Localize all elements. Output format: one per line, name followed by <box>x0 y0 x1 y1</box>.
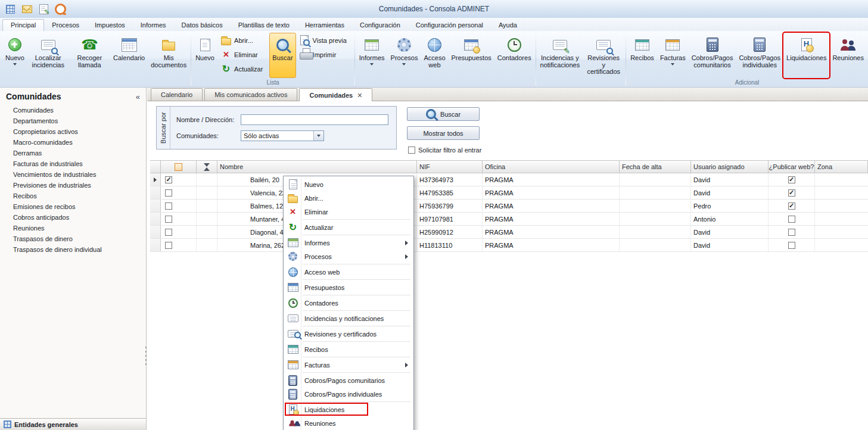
tab-herramientas[interactable]: Herramientas <box>297 20 352 31</box>
column-header-nombre[interactable]: Nombre <box>217 161 417 173</box>
row-checkbox[interactable] <box>165 216 172 223</box>
publicar-web-checkbox[interactable] <box>788 189 795 197</box>
informes-button[interactable]: Informes <box>356 33 388 78</box>
tab-plantillas-de-texto[interactable]: Plantillas de texto <box>231 20 297 31</box>
sidebar-item-departamentos[interactable]: Departamentos <box>0 116 146 126</box>
context-menu-item-procesos[interactable]: Procesos <box>285 250 412 263</box>
solicitar-filtro-checkbox-row[interactable]: Solicitar filtro al entrar <box>408 147 481 154</box>
sidebar-item-copropietarios-activos[interactable]: Copropietarios activos <box>0 126 146 137</box>
context-menu-item-nuevo[interactable]: Nuevo <box>285 177 412 191</box>
vista-previa-button[interactable]: Vista previa <box>297 34 352 46</box>
column-header-oficina[interactable]: Oficina <box>483 161 620 173</box>
name-address-input[interactable] <box>241 114 388 125</box>
context-menu-item-informes[interactable]: Informes <box>285 236 412 250</box>
publicar-web-checkbox[interactable] <box>788 242 795 249</box>
mis-documentos-button[interactable]: Mis documentos <box>148 33 189 78</box>
cobros-pagos-comunitarios-button[interactable]: Cobros/Pagos comunitarios <box>689 33 736 78</box>
procesos-button[interactable]: Procesos <box>388 33 421 78</box>
acceso-web-button[interactable]: Acceso web <box>421 33 448 78</box>
localizar-incidencias-button[interactable]: Localizar incidencias <box>27 33 69 78</box>
calendario-button[interactable]: Calendario <box>110 33 148 78</box>
context-menu-item-incidencias-y-notificaciones[interactable]: Incidencias y notificaciones <box>285 311 412 325</box>
context-menu-item-recibos[interactable]: Recibos <box>285 342 412 356</box>
actualizar-button[interactable]: Actualizar <box>219 63 268 75</box>
row-checkbox[interactable] <box>165 189 172 197</box>
communities-dropdown[interactable]: Sólo activas <box>241 130 324 141</box>
revisiones-certificados-button[interactable]: Revisiones y certificados <box>583 33 624 78</box>
tab-impuestos[interactable]: Impuestos <box>87 20 133 31</box>
table-row[interactable]: Valencia, 220 H47953385 PRAGMA David <box>150 186 868 200</box>
cobros-pagos-individuales-button[interactable]: Cobros/Pagos individuales <box>736 33 783 78</box>
context-menu-item-presupuestos[interactable]: Presupuestos <box>285 281 412 294</box>
note-edit-icon[interactable] <box>37 2 50 15</box>
facturas-button[interactable]: Facturas <box>657 33 689 78</box>
liquidaciones-button[interactable]: Liquidaciones <box>783 33 829 78</box>
column-header-fecha-de-alta[interactable]: Fecha de alta <box>620 161 691 173</box>
mostrar-todos-button[interactable]: Mostrar todos <box>407 126 480 140</box>
table-row[interactable]: Bailén, 20 H37364973 PRAGMA David <box>150 173 868 186</box>
column-header-nif[interactable]: NIF <box>417 161 483 173</box>
sidebar-item-comunidades[interactable]: Comunidades <box>0 105 146 116</box>
row-checkbox[interactable] <box>165 229 172 236</box>
mail-icon[interactable] <box>20 2 33 15</box>
incidencias-notificaciones-button[interactable]: Incidencias y notificaciones <box>537 33 583 78</box>
context-menu-item-facturas[interactable]: Facturas <box>285 358 412 372</box>
contadores-button[interactable]: Contadores <box>494 33 534 78</box>
row-checkbox[interactable] <box>165 176 172 183</box>
reuniones-button[interactable]: Reuniones <box>829 33 867 78</box>
sidebar-item-cobros-anticipados[interactable]: Cobros anticipados <box>0 212 146 223</box>
buscar-button[interactable]: Buscar <box>407 107 480 121</box>
solicitar-filtro-checkbox[interactable] <box>408 147 415 154</box>
tab-principal[interactable]: Principal <box>2 19 44 31</box>
tab-ayuda[interactable]: Ayuda <box>491 20 525 31</box>
sidebar-item-vencimientos-de-industriales[interactable]: Vencimientos de industriales <box>0 169 146 180</box>
tab-informes[interactable]: Informes <box>133 20 174 31</box>
select-all-header[interactable] <box>161 161 197 173</box>
context-menu-item-contadores[interactable]: Contadores <box>285 296 412 310</box>
context-menu-item-abrir[interactable]: Abrir... <box>285 191 412 205</box>
sidebar-item-recibos[interactable]: Recibos <box>0 191 146 201</box>
tab-procesos[interactable]: Procesos <box>44 20 87 31</box>
sidebar-item-reuniones[interactable]: Reuniones <box>0 223 146 233</box>
nuevo-quick-button[interactable]: Nuevo <box>2 33 27 78</box>
table-row[interactable]: Diagonal, 444 H25990912 PRAGMA David <box>150 226 868 239</box>
sidebar-item-traspasos-de-dinero-individual[interactable]: Traspasos de dinero individual <box>0 244 146 255</box>
doc-tab-mis-comunicados-activos[interactable]: Mis comunicados activos <box>204 88 297 101</box>
context-menu-item-liquidaciones[interactable]: Liquidaciones <box>285 403 412 416</box>
abrir-button[interactable]: Abrir... <box>219 34 268 46</box>
publicar-web-checkbox[interactable] <box>788 202 795 210</box>
imprimir-button[interactable]: Imprimir <box>297 48 352 61</box>
tab-datos-basicos[interactable]: Datos básicos <box>174 20 231 31</box>
context-menu-item-actualizar[interactable]: Actualizar <box>285 220 412 234</box>
sidebar-item-macro-comunidades[interactable]: Macro-comunidades <box>0 137 146 148</box>
doc-tab-calendario[interactable]: Calendario <box>151 88 203 101</box>
row-checkbox[interactable] <box>165 242 172 249</box>
sidebar-item-emisiones-de-recibos[interactable]: Emisiones de recibos <box>0 201 146 212</box>
publicar-web-checkbox[interactable] <box>788 176 795 183</box>
table-row[interactable]: Muntaner, 46 H97107981 PRAGMA Antonio <box>150 213 868 226</box>
chevron-down-icon[interactable] <box>313 131 323 141</box>
sidebar-item-traspasos-de-dinero[interactable]: Traspasos de dinero <box>0 233 146 244</box>
recibos-button[interactable]: Recibos <box>627 33 657 78</box>
publicar-web-checkbox[interactable] <box>788 216 795 223</box>
sidebar-item-facturas-de-industriales[interactable]: Facturas de industriales <box>0 158 146 169</box>
context-menu-item-cobros-pagos-individuales[interactable]: Cobros/Pagos individuales <box>285 387 412 401</box>
publicar-web-checkbox[interactable] <box>788 229 795 236</box>
presupuestos-button[interactable]: Presupuestos <box>449 33 494 78</box>
doc-tab-comunidades[interactable]: Comunidades <box>299 88 372 101</box>
table-row[interactable]: Marina, 262 H11813110 PRAGMA David <box>150 239 868 252</box>
context-menu-item-acceso-web[interactable]: Acceso web <box>285 265 412 279</box>
tab-configuracion[interactable]: Configuración <box>352 20 408 31</box>
context-menu-item-reuniones[interactable]: Reuniones <box>285 416 412 430</box>
table-row[interactable]: Balmes, 121 H75936799 PRAGMA Pedro <box>150 200 868 213</box>
close-tab-icon[interactable] <box>357 89 362 101</box>
eliminar-button[interactable]: Eliminar <box>219 48 268 61</box>
nuevo-lista-button[interactable]: Nuevo <box>192 33 217 78</box>
column-header-publicar-web[interactable]: ¿Publicar web? <box>769 161 815 173</box>
collapse-sidebar-icon[interactable] <box>136 92 140 101</box>
context-menu-item-cobros-pagos-comunitarios[interactable]: Cobros/Pagos comunitarios <box>285 373 412 387</box>
row-checkbox[interactable] <box>165 202 172 210</box>
column-header-usuario-asignado[interactable]: Usuario asignado <box>691 161 769 173</box>
sidebar-footer-entidades-generales[interactable]: Entidades generales <box>0 418 146 430</box>
tab-configuracion-personal[interactable]: Configuración personal <box>408 20 491 31</box>
